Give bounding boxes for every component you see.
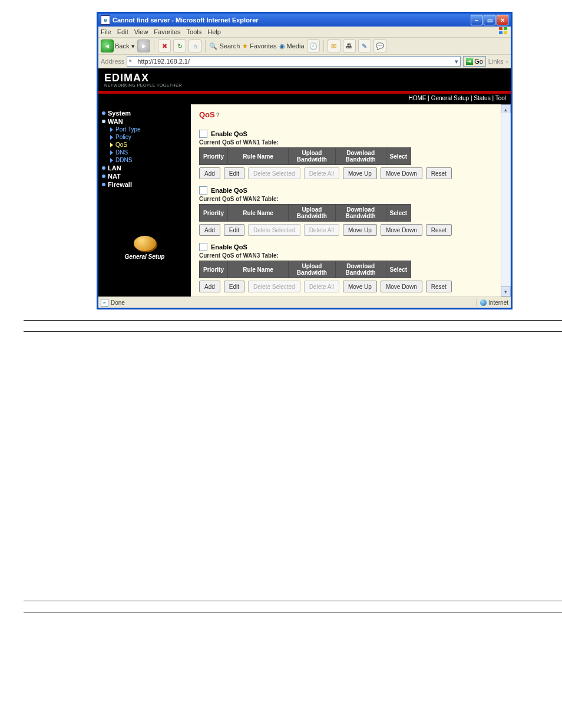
wan1-edit-button[interactable]: Edit bbox=[224, 167, 244, 179]
wan1-move-up-button[interactable]: Move Up bbox=[343, 167, 377, 179]
address-input[interactable]: e http://192.168.2.1/ ▾ bbox=[127, 56, 461, 67]
sidebar: System WAN Port Type Policy QoS DNS DDNS… bbox=[98, 104, 191, 297]
sidebar-graphic: General Setup bbox=[102, 236, 187, 260]
nav-home[interactable]: HOME bbox=[408, 95, 426, 101]
wan1-add-button[interactable]: Add bbox=[199, 167, 220, 179]
media-button[interactable]: ◉Media bbox=[279, 42, 305, 50]
scroll-down-button[interactable]: ▾ bbox=[501, 286, 511, 297]
wan3-edit-button[interactable]: Edit bbox=[224, 281, 244, 292]
sidebar-item-ddns[interactable]: DDNS bbox=[102, 156, 187, 164]
scrollbar[interactable] bbox=[501, 113, 511, 288]
help-icon[interactable]: ? bbox=[216, 112, 220, 118]
nav-tool[interactable]: Tool bbox=[495, 95, 506, 101]
nav-status[interactable]: Status bbox=[474, 95, 490, 101]
wan2-move-up-button[interactable]: Move Up bbox=[343, 224, 377, 236]
enable-qos-wan1-checkbox[interactable] bbox=[199, 130, 207, 138]
menu-favorites[interactable]: Favorites bbox=[154, 28, 180, 35]
col-upload: Upload Bandwidth bbox=[289, 148, 336, 165]
search-button[interactable]: 🔍Search bbox=[209, 42, 240, 50]
security-zone: Internet bbox=[476, 299, 508, 306]
wan3-add-button[interactable]: Add bbox=[199, 281, 220, 292]
wan3-delete-selected-button[interactable]: Delete Selected bbox=[248, 281, 300, 292]
status-text: Done bbox=[111, 299, 125, 306]
enable-qos-wan1-label: Enable QoS bbox=[211, 130, 247, 137]
forward-button[interactable]: ► bbox=[137, 39, 150, 52]
maximize-button[interactable]: ▭ bbox=[484, 15, 495, 25]
sidebar-item-system[interactable]: System bbox=[102, 109, 187, 117]
wan2-add-button[interactable]: Add bbox=[199, 224, 220, 236]
favorites-button[interactable]: ★Favorites bbox=[242, 42, 276, 50]
wan2-table: Priority Rule Name Upload Bandwidth Down… bbox=[199, 204, 411, 222]
divider bbox=[24, 331, 562, 332]
wan1-table: Priority Rule Name Upload Bandwidth Down… bbox=[199, 147, 411, 165]
ie-window: e Cannot find server - Microsoft Interne… bbox=[97, 12, 513, 309]
wan3-move-up-button[interactable]: Move Up bbox=[343, 281, 377, 292]
main-panel: ▴ ▾ QoS? Enable QoS Current QoS of WAN1 … bbox=[191, 104, 511, 297]
brand-name: EDIMAX bbox=[104, 72, 182, 84]
qos-wan1-section: Enable QoS Current QoS of WAN1 Table: Pr… bbox=[199, 130, 503, 179]
wan1-move-down-button[interactable]: Move Down bbox=[381, 167, 422, 179]
sidebar-item-policy[interactable]: Policy bbox=[102, 133, 187, 141]
back-button[interactable]: ◄ bbox=[101, 39, 114, 52]
wan1-delete-selected-button[interactable]: Delete Selected bbox=[248, 167, 300, 179]
divider bbox=[24, 601, 562, 601]
menubar: File Edit View Favorites Tools Help bbox=[98, 27, 511, 38]
wan2-table-caption: Current QoS of WAN2 Table: bbox=[199, 196, 503, 202]
sidebar-item-wan[interactable]: WAN bbox=[102, 117, 187, 126]
wan1-delete-all-button[interactable]: Delete All bbox=[304, 167, 339, 179]
sidebar-item-nat[interactable]: NAT bbox=[102, 172, 187, 180]
menu-help[interactable]: Help bbox=[207, 28, 221, 35]
wan1-reset-button[interactable]: Reset bbox=[426, 167, 452, 179]
wan2-delete-all-button[interactable]: Delete All bbox=[304, 224, 339, 236]
home-button[interactable]: ⌂ bbox=[189, 39, 201, 52]
links-label[interactable]: Links bbox=[488, 58, 504, 65]
wan3-table-caption: Current QoS of WAN3 Table: bbox=[199, 252, 503, 259]
mail-button[interactable]: ✉ bbox=[328, 39, 340, 52]
wan1-table-caption: Current QoS of WAN1 Table: bbox=[199, 139, 503, 146]
go-button[interactable]: ➔Go bbox=[463, 56, 486, 67]
page-content: EDIMAX NETWORKING PEOPLE TOGETHER HOME |… bbox=[98, 68, 511, 297]
qos-wan2-section: Enable QoS Current QoS of WAN2 Table: Pr… bbox=[199, 186, 503, 236]
discuss-button[interactable]: 💬 bbox=[373, 39, 386, 52]
enable-qos-wan3-checkbox[interactable] bbox=[199, 243, 207, 251]
refresh-button[interactable]: ↻ bbox=[173, 39, 186, 52]
coins-icon bbox=[134, 236, 156, 251]
sidebar-item-dns[interactable]: DNS bbox=[102, 149, 187, 156]
sidebar-item-lan[interactable]: LAN bbox=[102, 164, 187, 172]
history-button[interactable]: 🕘 bbox=[307, 39, 320, 52]
sidebar-item-qos[interactable]: QoS bbox=[102, 141, 187, 149]
close-button[interactable]: ✕ bbox=[497, 15, 508, 25]
titlebar: e Cannot find server - Microsoft Interne… bbox=[98, 14, 511, 27]
menu-view[interactable]: View bbox=[134, 28, 148, 35]
print-button[interactable]: 🖶 bbox=[343, 39, 356, 52]
edit-button[interactable]: ✎ bbox=[358, 39, 371, 52]
internet-zone-icon bbox=[480, 299, 487, 306]
wan2-delete-selected-button[interactable]: Delete Selected bbox=[248, 224, 300, 236]
top-nav: HOME | General Setup | Status | Tool bbox=[98, 94, 511, 104]
enable-qos-wan3-label: Enable QoS bbox=[211, 243, 247, 251]
wan3-move-down-button[interactable]: Move Down bbox=[381, 281, 422, 292]
windows-flag-icon bbox=[499, 27, 508, 35]
back-label: Back bbox=[115, 42, 129, 50]
nav-general-setup[interactable]: General Setup bbox=[431, 95, 470, 101]
wan3-reset-button[interactable]: Reset bbox=[426, 281, 452, 292]
divider bbox=[24, 612, 562, 612]
addressbar: Address e http://192.168.2.1/ ▾ ➔Go Link… bbox=[98, 55, 511, 68]
sidebar-item-firewall[interactable]: Firewall bbox=[102, 180, 187, 189]
wan2-move-down-button[interactable]: Move Down bbox=[381, 224, 422, 236]
enable-qos-wan2-checkbox[interactable] bbox=[199, 186, 207, 195]
stop-button[interactable]: ✖ bbox=[158, 39, 171, 52]
menu-file[interactable]: File bbox=[101, 28, 111, 35]
menu-tools[interactable]: Tools bbox=[187, 28, 202, 35]
wan2-reset-button[interactable]: Reset bbox=[426, 224, 452, 236]
col-download: Download Bandwidth bbox=[335, 148, 386, 165]
minimize-button[interactable]: – bbox=[471, 15, 482, 25]
menu-edit[interactable]: Edit bbox=[117, 28, 128, 35]
statusbar: e Done Internet bbox=[98, 297, 511, 308]
brand-header: EDIMAX NETWORKING PEOPLE TOGETHER bbox=[98, 68, 511, 91]
toolbar: ◄ Back ▾ ► ✖ ↻ ⌂ 🔍Search ★Favorites ◉Med… bbox=[98, 38, 511, 55]
wan2-edit-button[interactable]: Edit bbox=[224, 224, 244, 236]
sidebar-item-port-type[interactable]: Port Type bbox=[102, 126, 187, 133]
brand-tagline: NETWORKING PEOPLE TOGETHER bbox=[104, 83, 182, 87]
wan3-delete-all-button[interactable]: Delete All bbox=[304, 281, 339, 292]
